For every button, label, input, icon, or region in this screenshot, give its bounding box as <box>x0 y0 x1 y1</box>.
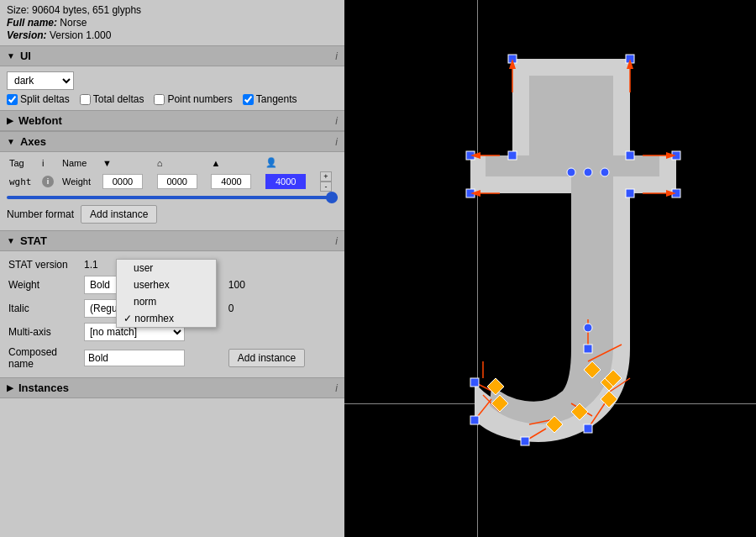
axes-stepper[interactable]: + - <box>320 171 335 192</box>
axes-col-max: ▲ <box>208 155 263 170</box>
dropdown-normhex[interactable]: normhex <box>117 310 216 327</box>
full-name-line: Full name: Norse <box>7 17 338 29</box>
stat-composed-input-cell[interactable] <box>82 344 227 372</box>
webfont-collapse-triangle: ▶ <box>7 116 13 125</box>
axes-stepper-down[interactable]: - <box>320 182 332 192</box>
axes-collapse-triangle: ▼ <box>7 137 15 146</box>
point-numbers-checkbox[interactable] <box>154 94 165 105</box>
axes-col-user: 👤 <box>263 155 318 170</box>
axes-stepper-up[interactable]: + <box>320 171 332 182</box>
axes-user-input[interactable] <box>265 174 306 189</box>
axes-info-icon[interactable]: i <box>335 136 338 148</box>
split-deltas-label[interactable]: Split deltas <box>7 93 70 105</box>
dropdown-userhex[interactable]: userhex <box>117 276 216 293</box>
stat-composed-label: Composed name <box>7 344 82 372</box>
tangents-checkbox[interactable] <box>243 94 254 105</box>
number-format-label: Number format <box>7 208 74 220</box>
axes-tag-wght: wght <box>7 170 39 193</box>
number-format-row: Number format user userhex norm normhex … <box>7 202 338 227</box>
axes-name-wght: Weight <box>60 170 100 193</box>
axes-col-tag: Tag <box>7 155 39 170</box>
number-format-dropdown[interactable]: user userhex norm normhex <box>116 259 217 328</box>
ui-section-header[interactable]: ▼ UI i <box>0 45 344 66</box>
point-numbers-label[interactable]: Point numbers <box>154 93 232 105</box>
cp-12 <box>470 416 479 424</box>
add-instance-button-stat[interactable]: Add instance <box>228 349 305 367</box>
axes-col-stepper <box>318 155 338 170</box>
axes-stepper-cell[interactable]: + - <box>318 170 338 193</box>
axes-min-cell[interactable] <box>100 170 155 193</box>
file-size: Size: 90604 bytes, 651 glyphs <box>7 4 338 16</box>
stat-weight-label: Weight <box>7 273 82 297</box>
stat-weight-value: 100 <box>227 273 338 297</box>
stat-composed-row: Composed name Add instance <box>7 344 338 372</box>
version-line: Version: Version 1.000 <box>7 29 338 41</box>
rcp-3 <box>601 168 609 176</box>
instances-section-header[interactable]: ▶ Instances i <box>0 377 344 398</box>
ui-collapse-triangle: ▼ <box>7 51 15 61</box>
add-instance-button-axes[interactable]: Add instance <box>81 205 157 224</box>
axes-max-cell[interactable] <box>208 170 263 193</box>
stat-italic-label: Italic <box>7 297 82 320</box>
cp-8 <box>508 151 517 160</box>
axes-row-wght: wght i Weight <box>7 170 338 193</box>
fullname-label: Full name: <box>7 17 57 29</box>
stat-multiaxis-label: Multi-axis <box>7 320 82 344</box>
webfont-section-title: Webfont <box>18 114 62 127</box>
total-deltas-checkbox[interactable] <box>80 94 91 105</box>
rcp-4 <box>584 324 592 332</box>
rcp-1 <box>567 168 575 176</box>
axes-max-input[interactable] <box>211 174 251 189</box>
axes-table: Tag i Name ▼ ⌂ ▲ 👤 wght i Weight <box>7 155 338 193</box>
theme-select[interactable]: dark light system <box>7 71 74 90</box>
version-value: Version 1.000 <box>50 29 111 41</box>
stat-info-icon[interactable]: i <box>335 235 338 247</box>
left-panel: Size: 90604 bytes, 651 glyphs Full name:… <box>0 0 344 537</box>
axes-user-cell[interactable] <box>263 170 318 193</box>
webfont-section-header[interactable]: ▶ Webfont i <box>0 110 344 131</box>
axes-default-input[interactable] <box>157 174 197 189</box>
stat-collapse-triangle: ▼ <box>7 236 15 245</box>
axes-col-info: i <box>39 155 60 170</box>
right-panel <box>344 0 756 537</box>
cp-5 <box>626 189 634 197</box>
axes-col-min: ▼ <box>100 155 155 170</box>
stat-section-title: STAT <box>20 234 47 247</box>
cp-10 <box>584 424 592 433</box>
dropdown-user[interactable]: user <box>117 260 216 276</box>
axes-section-content: Tag i Name ▼ ⌂ ▲ 👤 wght i Weight <box>0 152 344 230</box>
point-numbers-text: Point numbers <box>167 93 232 105</box>
tangents-label[interactable]: Tangents <box>243 93 297 105</box>
stat-section-header[interactable]: ▼ STAT i <box>0 230 344 251</box>
dropdown-norm[interactable]: norm <box>117 293 216 310</box>
stat-version-label: STAT version <box>7 256 82 273</box>
cp-9 <box>584 345 592 353</box>
stat-multiaxis-value <box>227 320 338 344</box>
axes-default-cell[interactable] <box>155 170 209 193</box>
slider-row <box>7 193 338 202</box>
total-deltas-label[interactable]: Total deltas <box>80 93 144 105</box>
axes-min-input[interactable] <box>102 174 143 189</box>
axes-info-wght[interactable]: i <box>39 170 60 193</box>
split-deltas-checkbox[interactable] <box>7 94 18 105</box>
axes-slider[interactable] <box>7 196 338 199</box>
ui-section-content: dark light system Split deltas Total del… <box>0 66 344 110</box>
axes-header-row: Tag i Name ▼ ⌂ ▲ 👤 <box>7 155 338 170</box>
axes-section-header[interactable]: ▼ Axes i <box>0 131 344 152</box>
canvas-area <box>344 0 756 537</box>
checkbox-row: Split deltas Total deltas Point numbers … <box>7 93 338 105</box>
instances-info-icon[interactable]: i <box>335 382 338 394</box>
theme-row: dark light system <box>7 71 338 90</box>
stat-add-instance-cell[interactable]: Add instance <box>227 344 338 372</box>
info-block: Size: 90604 bytes, 651 glyphs Full name:… <box>0 0 344 45</box>
cp-14 <box>626 151 634 160</box>
wght-info-icon[interactable]: i <box>42 176 54 187</box>
cp-11 <box>521 437 529 445</box>
axes-col-default: ⌂ <box>155 155 209 170</box>
webfont-info-icon[interactable]: i <box>335 115 338 127</box>
instances-collapse-triangle: ▶ <box>7 383 13 392</box>
stat-composed-input[interactable] <box>84 350 185 366</box>
ui-info-icon[interactable]: i <box>335 50 338 62</box>
rcp-2 <box>584 168 592 176</box>
glyph-canvas <box>344 0 756 537</box>
